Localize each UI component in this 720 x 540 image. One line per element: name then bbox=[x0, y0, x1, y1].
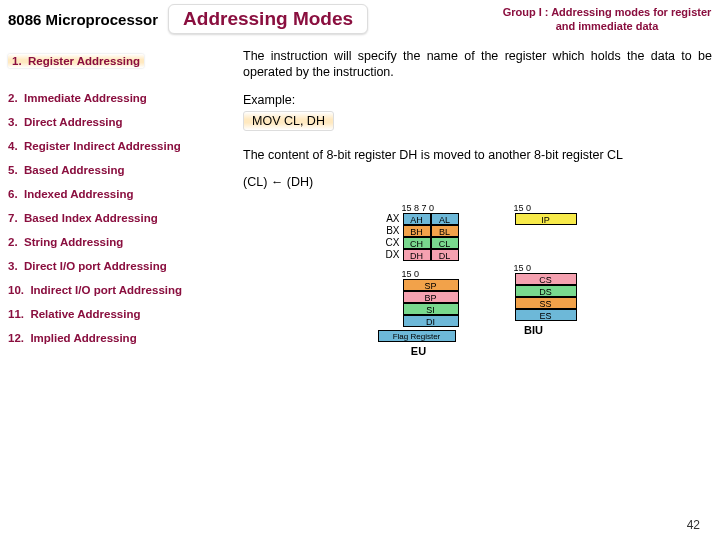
reg-half-high: AH bbox=[403, 213, 431, 225]
mode-item: 5. Based Addressing bbox=[8, 164, 233, 176]
mode-item: 1. Register Addressing bbox=[8, 54, 144, 68]
mode-item: 12. Implied Addressing bbox=[8, 332, 233, 344]
reg-seg: ES bbox=[515, 309, 577, 321]
reg-half-low: AL bbox=[431, 213, 459, 225]
mode-item: 2. Immediate Addressing bbox=[8, 92, 233, 104]
reg-label: BX bbox=[378, 225, 403, 236]
description-text: The instruction will specify the name of… bbox=[243, 48, 712, 81]
mode-item: 3. Direct Addressing bbox=[8, 116, 233, 128]
bit-label: 15 8 7 0 bbox=[400, 203, 460, 213]
example-explanation: The content of 8-bit register DH is move… bbox=[243, 147, 712, 163]
mode-item: 3. Direct I/O port Addressing bbox=[8, 260, 233, 272]
reg-label: CX bbox=[378, 237, 403, 248]
reg-ptr: SI bbox=[403, 303, 459, 315]
reg-label: AX bbox=[378, 213, 403, 224]
reg-label: DX bbox=[378, 249, 403, 260]
reg-half-high: BH bbox=[403, 225, 431, 237]
bit-label: 15 0 bbox=[512, 263, 578, 273]
mode-item: 11. Relative Addressing bbox=[8, 308, 233, 320]
reg-seg: CS bbox=[515, 273, 577, 285]
explanation-panel: The instruction will specify the name of… bbox=[233, 42, 712, 357]
processor-title: 8086 Microprocessor bbox=[8, 11, 158, 28]
reg-ptr: BP bbox=[403, 291, 459, 303]
mode-item: 10. Indirect I/O port Addressing bbox=[8, 284, 233, 296]
mode-item: 6. Indexed Addressing bbox=[8, 188, 233, 200]
mode-item: 2. String Addressing bbox=[8, 236, 233, 248]
register-transfer-equation: (CL) ← (DH) bbox=[243, 175, 712, 189]
example-label: Example: bbox=[243, 93, 712, 107]
reg-half-low: DL bbox=[431, 249, 459, 261]
reg-half-high: CH bbox=[403, 237, 431, 249]
bus-interface-unit-label: BIU bbox=[490, 324, 578, 336]
group-title: Group I : Addressing modes for register … bbox=[502, 5, 712, 34]
example-code: MOV CL, DH bbox=[243, 111, 334, 131]
bit-label: 15 0 bbox=[512, 203, 578, 213]
addressing-modes-list: 1. Register Addressing2. Immediate Addre… bbox=[8, 42, 233, 357]
reg-half-high: DH bbox=[403, 249, 431, 261]
execution-unit-label: EU bbox=[378, 345, 460, 357]
reg-half-low: BL bbox=[431, 225, 459, 237]
page-number: 42 bbox=[687, 518, 700, 532]
reg-ptr: SP bbox=[403, 279, 459, 291]
reg-half-low: CL bbox=[431, 237, 459, 249]
reg-seg: SS bbox=[515, 297, 577, 309]
slide-title: Addressing Modes bbox=[168, 4, 368, 34]
bit-label: 15 0 bbox=[400, 269, 460, 279]
reg-ip: IP bbox=[515, 213, 577, 225]
flag-register: Flag Register bbox=[378, 330, 456, 342]
reg-ptr: DI bbox=[403, 315, 459, 327]
reg-seg: DS bbox=[515, 285, 577, 297]
register-diagram: 15 8 7 0 AXAHALBXBHBLCXCHCLDXDHDL 15 0 S… bbox=[243, 203, 712, 357]
mode-item: 7. Based Index Addressing bbox=[8, 212, 233, 224]
mode-item: 4. Register Indirect Addressing bbox=[8, 140, 233, 152]
